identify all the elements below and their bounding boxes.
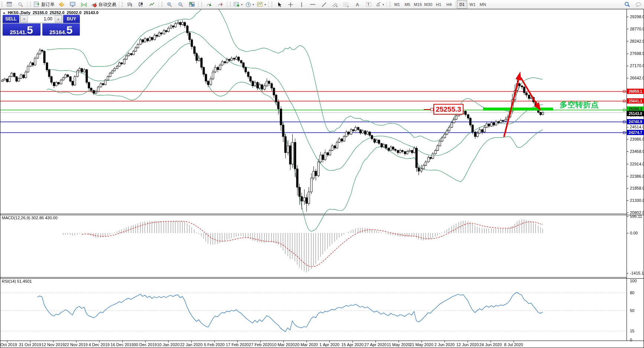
- pivot-highlight-bar[interactable]: [483, 108, 553, 111]
- indicators-button[interactable]: ▾: [232, 0, 244, 9]
- bar-chart-type-button[interactable]: [124, 0, 135, 9]
- zoom-in-button[interactable]: [164, 0, 175, 9]
- toolbar: 新订单 自动交易 ▾ ▾: [0, 0, 644, 9]
- terminal-button[interactable]: [67, 0, 78, 9]
- svg-text:T: T: [367, 3, 370, 7]
- ohlc-low: 25002.0: [67, 10, 82, 15]
- pivot-price-text: 25255.3: [436, 105, 461, 114]
- line-chart-type-button[interactable]: [146, 0, 157, 9]
- chart-canvas[interactable]: [0, 9, 644, 347]
- macd-value-main: 302.86: [31, 216, 44, 220]
- volume-down-button[interactable]: ▼: [20, 15, 28, 23]
- auto-trading-button[interactable]: 自动交易: [90, 0, 118, 9]
- styler-icon: [59, 2, 65, 7]
- sell-price-main: 25141.: [10, 29, 27, 35]
- pivot-price-callout[interactable]: 25255.3: [433, 104, 464, 115]
- tf-w1-button[interactable]: W1: [467, 0, 478, 9]
- volume-input[interactable]: 1.00: [28, 15, 55, 23]
- templates-icon: [257, 2, 263, 7]
- buy-button[interactable]: BUY: [63, 15, 80, 23]
- search-button[interactable]: [622, 0, 633, 9]
- chart-shift-icon: [218, 2, 223, 7]
- zoom-out-button[interactable]: [175, 0, 186, 9]
- buy-price-pips: 5: [66, 26, 73, 35]
- price-badge-support-1[interactable]: 24740.9: [627, 119, 644, 124]
- new-order-label: 新订单: [41, 1, 55, 8]
- price-badge-resistance-1[interactable]: 26059.1: [627, 89, 644, 94]
- auto-trading-icon: [91, 1, 97, 7]
- auto-scroll-icon: [206, 2, 212, 7]
- tf-mn-button[interactable]: MN: [478, 0, 488, 9]
- crosshair-icon: [288, 2, 293, 7]
- periods-button[interactable]: ▾: [244, 0, 256, 9]
- line-chart-icon: [149, 2, 155, 7]
- new-order-button[interactable]: 新订单: [32, 0, 56, 9]
- tile-windows-icon: [189, 2, 195, 7]
- collapse-arrow-icon[interactable]: ▲: [3, 11, 6, 14]
- signal-icon: [81, 2, 87, 7]
- chart-window: 25255.3 多空转折点 ▲ HK50-,Daily 25155.0 2525…: [0, 9, 644, 348]
- cursor-tool-button[interactable]: [274, 0, 285, 9]
- crosshair-tool-button[interactable]: [285, 0, 296, 9]
- indicators-dropdown-caret: ▾: [241, 3, 243, 6]
- charts-window-icon: [7, 2, 12, 7]
- toolbar-grip: [1, 1, 3, 7]
- text-label-tool-button[interactable]: T: [363, 0, 374, 9]
- search-magnifier-icon: [624, 1, 630, 7]
- text-icon: A: [355, 2, 360, 7]
- trendline-tool-button[interactable]: [318, 0, 329, 9]
- zoom-out-icon: [178, 2, 183, 7]
- signal-button[interactable]: [78, 0, 90, 9]
- equidistant-channel-icon: E: [332, 2, 338, 7]
- charts-window-button[interactable]: [4, 0, 15, 9]
- price-badge-support-2[interactable]: 24274.7: [627, 130, 644, 135]
- chat-bubble-icon: [635, 2, 642, 7]
- tf-m30-button[interactable]: M30: [423, 0, 433, 9]
- market-watch-button[interactable]: [15, 0, 26, 9]
- text-tool-button[interactable]: A: [352, 0, 363, 9]
- fibonacci-tool-button[interactable]: F: [341, 0, 352, 9]
- magnifier-icon: [18, 2, 23, 7]
- one-click-trading-panel: SELL ▼ 1.00 ▲ BUY 25141. 5 25164. 5: [3, 15, 80, 36]
- tf-m1-button[interactable]: M1: [392, 0, 402, 9]
- price-badge-resistance-2[interactable]: 25641.1: [627, 98, 644, 104]
- indicators-icon: [234, 2, 240, 7]
- fibonacci-icon: F: [343, 2, 349, 7]
- tf-d1-button[interactable]: D1: [457, 0, 467, 9]
- svg-text:F: F: [347, 6, 349, 7]
- horizontal-line-tool-button[interactable]: [307, 0, 318, 9]
- periods-dropdown-caret: ▾: [253, 3, 254, 6]
- volume-up-button[interactable]: ▲: [55, 15, 62, 23]
- tf-h4-button[interactable]: H4: [444, 0, 454, 9]
- text-label-icon: T: [366, 2, 371, 7]
- price-badge-current[interactable]: 25143.0: [627, 111, 644, 116]
- templates-button[interactable]: ▾: [256, 0, 267, 9]
- tf-m5-button[interactable]: M5: [402, 0, 413, 9]
- candlestick-type-button[interactable]: [135, 0, 146, 9]
- volume-group: ▼ 1.00 ▲: [20, 15, 62, 23]
- channel-tool-button[interactable]: E: [329, 0, 341, 9]
- buy-price-main: 25164.: [49, 29, 66, 35]
- shapes-tool-button[interactable]: ▾: [374, 0, 386, 9]
- pivot-line-anchor[interactable]: [430, 108, 433, 111]
- ohlc-open: 25155.0: [33, 10, 48, 15]
- sell-price[interactable]: 25141. 5: [3, 23, 40, 36]
- pivot-label-text: 多空转折点: [560, 99, 599, 110]
- chart-shift-button[interactable]: [215, 0, 226, 9]
- auto-scroll-button[interactable]: [204, 0, 215, 9]
- trendline-icon: [321, 2, 327, 7]
- buy-price[interactable]: 25164. 5: [42, 23, 80, 36]
- tf-h1-button[interactable]: H1: [433, 0, 444, 9]
- zoom-in-icon: [167, 2, 172, 7]
- svg-text:E: E: [336, 5, 338, 7]
- chart-symbol-period: HK50-,Daily: [8, 10, 30, 15]
- styler-button[interactable]: [56, 0, 67, 9]
- tile-windows-button[interactable]: [186, 0, 197, 9]
- chat-button[interactable]: [633, 0, 644, 9]
- ohlc-close: 25143.0: [84, 10, 98, 15]
- sell-button[interactable]: SELL: [3, 15, 19, 23]
- vertical-line-tool-button[interactable]: [296, 0, 307, 9]
- tf-m15-button[interactable]: M15: [413, 0, 423, 9]
- cursor-icon: [277, 2, 282, 7]
- macd-value-signal: 430.00: [45, 216, 58, 220]
